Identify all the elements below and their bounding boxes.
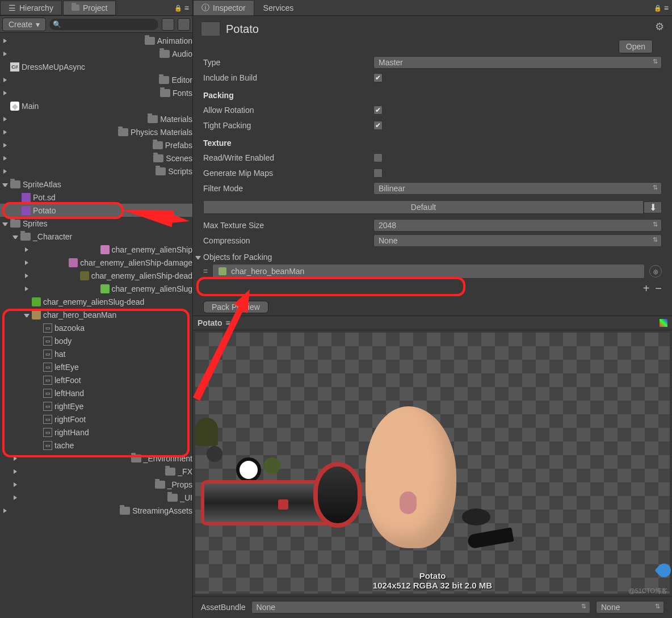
tree-streaming[interactable]: StreamingAssets bbox=[0, 504, 192, 517]
eye-sprite bbox=[263, 457, 280, 474]
preview-header[interactable]: Potato ≡ bbox=[193, 316, 672, 330]
type-dropdown[interactable]: Master bbox=[373, 56, 662, 69]
sprite-icon: ▭ bbox=[43, 415, 52, 424]
objects-label: Objects for Packing bbox=[203, 253, 272, 262]
tree-physmat[interactable]: Physics Materials bbox=[0, 125, 192, 138]
project-toolbar: Create ▾ 🔍 bbox=[0, 16, 192, 33]
object-picker-icon[interactable]: ◎ bbox=[649, 265, 662, 278]
mipmaps-checkbox[interactable] bbox=[373, 169, 383, 178]
tree-prefabs[interactable]: Prefabs bbox=[0, 138, 192, 152]
panel-menu-icon[interactable]: ≡ bbox=[184, 3, 189, 12]
create-button[interactable]: Create ▾ bbox=[2, 18, 46, 31]
tree-materials[interactable]: Materials bbox=[0, 112, 192, 125]
tree-fx[interactable]: _FX bbox=[0, 465, 192, 478]
mipmaps-label: Generate Mip Maps bbox=[203, 169, 373, 178]
gear-icon[interactable]: ⚙ bbox=[655, 20, 664, 33]
tab-inspector-label: Inspector bbox=[213, 3, 246, 12]
sprite-icon: ▭ bbox=[43, 441, 52, 450]
filter-dropdown[interactable]: Bilinear bbox=[373, 182, 662, 195]
maxsize-dropdown[interactable]: 2048 bbox=[373, 219, 662, 232]
row-readwrite: Read/Write Enabled bbox=[203, 150, 662, 165]
tree-righthand[interactable]: ▭rightHand bbox=[0, 426, 192, 439]
tree-lefthand[interactable]: ▭leftHand bbox=[0, 386, 192, 400]
foot-sprite bbox=[462, 508, 490, 525]
tight-checkbox[interactable]: ✔ bbox=[373, 121, 383, 130]
tree-env[interactable]: _Environment bbox=[0, 452, 192, 465]
info-icon: ⓘ bbox=[201, 3, 209, 13]
lock-icon[interactable]: 🔒 bbox=[654, 5, 661, 11]
tree-bazooka[interactable]: ▭bazooka bbox=[0, 321, 192, 334]
tree-alienshipd[interactable]: char_enemy_alienShip-damage bbox=[0, 256, 192, 269]
readwrite-checkbox[interactable] bbox=[373, 153, 383, 162]
compression-dropdown[interactable]: None bbox=[373, 234, 662, 247]
tree-potato[interactable]: Potato bbox=[0, 204, 192, 217]
tree-fonts[interactable]: Fonts bbox=[0, 86, 192, 99]
color-swatch-icon[interactable] bbox=[660, 319, 667, 327]
tree-alienslug[interactable]: char_enemy_alienSlug bbox=[0, 282, 192, 295]
assetbundle-variant-dropdown[interactable]: None bbox=[596, 601, 664, 613]
tree-dress[interactable]: C#DressMeUpAsync bbox=[0, 60, 192, 73]
tree-tache[interactable]: ▭tache bbox=[0, 439, 192, 452]
tab-services[interactable]: Services bbox=[255, 1, 302, 15]
tree-alienship[interactable]: char_enemy_alienShip bbox=[0, 243, 192, 256]
sprite-icon: ▭ bbox=[43, 389, 52, 398]
sprite-char-icon bbox=[80, 271, 89, 280]
tree-spriteatlas[interactable]: SpriteAtlas bbox=[0, 178, 192, 191]
preview-drag-icon[interactable]: ≡ bbox=[226, 318, 230, 327]
tree-leftfoot[interactable]: ▭leftFoot bbox=[0, 373, 192, 386]
tree-scenes[interactable]: Scenes bbox=[0, 152, 192, 165]
tree-scripts[interactable]: Scripts bbox=[0, 165, 192, 178]
tree-alienslugdead[interactable]: char_enemy_alienSlug-dead bbox=[0, 295, 192, 308]
assetbundle-dropdown[interactable]: None bbox=[251, 601, 590, 613]
tree-lefteye[interactable]: ▭leftEye bbox=[0, 360, 192, 373]
tree-editor[interactable]: Editor bbox=[0, 73, 192, 86]
section-packing: Packing bbox=[203, 91, 662, 100]
tache-sprite bbox=[467, 527, 514, 549]
allowrot-checkbox[interactable]: ✔ bbox=[373, 106, 383, 115]
chevron-down-icon: ▾ bbox=[36, 20, 40, 29]
tree-rightfoot[interactable]: ▭rightFoot bbox=[0, 413, 192, 426]
tree-character[interactable]: _Character bbox=[0, 230, 192, 243]
filter-by-type-button[interactable] bbox=[162, 18, 174, 31]
tree-beanman[interactable]: char_hero_beanMan bbox=[0, 308, 192, 321]
atlas-icon bbox=[22, 193, 31, 202]
object-slot-value: char_hero_beanMan bbox=[231, 267, 304, 276]
tree-animation[interactable]: Animation bbox=[0, 34, 192, 47]
remove-button[interactable]: − bbox=[655, 282, 662, 295]
tree-alienshipdead[interactable]: char_enemy_alienShip-dead bbox=[0, 269, 192, 282]
row-allowrot: Allow Rotation ✔ bbox=[203, 102, 662, 117]
drag-handle-icon[interactable]: = bbox=[203, 267, 208, 276]
tab-hierarchy[interactable]: ☰ Hierarchy bbox=[0, 1, 62, 15]
tree-props[interactable]: _Props bbox=[0, 478, 192, 491]
section-texture: Texture bbox=[203, 138, 662, 148]
tab-services-label: Services bbox=[263, 3, 294, 12]
foldout-icon[interactable] bbox=[195, 254, 201, 260]
filter-by-label-button[interactable] bbox=[178, 18, 190, 31]
row-filter: Filter Mode Bilinear bbox=[203, 180, 662, 196]
right-tabbar: ⓘ Inspector Services 🔒 ≡ bbox=[193, 0, 672, 16]
sprite-icon: ▭ bbox=[43, 323, 52, 333]
sprite-icon: ▭ bbox=[43, 428, 52, 437]
download-icon[interactable]: ⬇ bbox=[644, 201, 662, 213]
row-type: Type Master bbox=[203, 54, 662, 70]
add-button[interactable]: + bbox=[643, 282, 650, 295]
tree-righteye[interactable]: ▭rightEye bbox=[0, 400, 192, 413]
tab-inspector[interactable]: ⓘ Inspector bbox=[193, 0, 254, 16]
object-slot[interactable]: char_hero_beanMan bbox=[212, 264, 645, 279]
platform-default-tab[interactable]: Default bbox=[203, 200, 644, 214]
tree-ui[interactable]: _UI bbox=[0, 491, 192, 504]
tree-potsd[interactable]: Pot.sd bbox=[0, 191, 192, 204]
tree-audio[interactable]: Audio bbox=[0, 47, 192, 60]
tree-body[interactable]: ▭body bbox=[0, 334, 192, 347]
tree-hat[interactable]: ▭hat bbox=[0, 347, 192, 360]
panel-menu-icon[interactable]: ≡ bbox=[664, 3, 669, 12]
hat-sprite bbox=[195, 418, 218, 446]
lock-icon[interactable]: 🔒 bbox=[174, 5, 181, 11]
search-input[interactable]: 🔍 bbox=[49, 19, 158, 30]
pack-preview-button[interactable]: Pack Preview bbox=[203, 301, 268, 313]
tab-project[interactable]: Project bbox=[63, 1, 116, 15]
tree-sprites[interactable]: Sprites bbox=[0, 217, 192, 230]
project-tree: Animation Audio C#DressMeUpAsync Editor … bbox=[0, 33, 192, 618]
tree-main[interactable]: ◆Main bbox=[0, 99, 192, 112]
include-checkbox[interactable]: ✔ bbox=[373, 73, 383, 82]
